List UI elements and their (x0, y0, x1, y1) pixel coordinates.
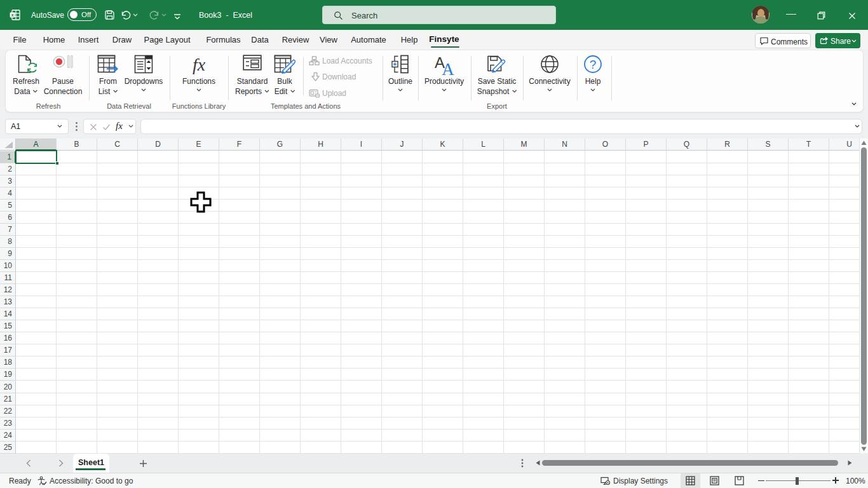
svg-text:?: ? (590, 58, 597, 71)
svg-text:fx: fx (193, 55, 206, 74)
svg-text:A: A (442, 60, 454, 76)
